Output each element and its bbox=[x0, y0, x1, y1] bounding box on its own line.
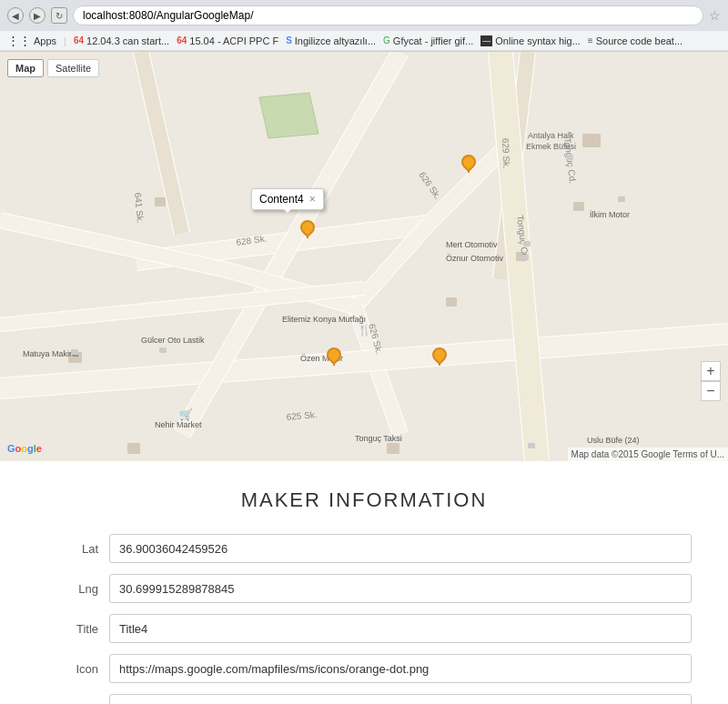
svg-text:Matuya Makina: Matuya Makina bbox=[23, 349, 78, 358]
marker-4[interactable] bbox=[432, 347, 447, 366]
refresh-button[interactable]: ↻ bbox=[51, 7, 67, 24]
map-container[interactable]: 641 Sk. 629 Sk. 628 Sk. 625 Sk. Tonguç C… bbox=[0, 52, 728, 461]
marker-2[interactable] bbox=[300, 220, 315, 238]
svg-rect-55 bbox=[71, 349, 78, 355]
title-label: Title bbox=[36, 622, 109, 636]
title-input[interactable] bbox=[109, 614, 692, 643]
bookmark-6[interactable]: ≡ Source code beat... bbox=[588, 35, 682, 46]
svg-rect-29 bbox=[446, 297, 457, 307]
svg-text:Mert Otomotiv: Mert Otomotiv bbox=[446, 240, 498, 249]
svg-rect-28 bbox=[582, 134, 601, 147]
svg-rect-48 bbox=[521, 255, 529, 260]
lat-row: Lat bbox=[36, 534, 692, 563]
svg-rect-50 bbox=[159, 347, 167, 353]
lat-input[interactable] bbox=[109, 534, 692, 563]
marker-3[interactable] bbox=[327, 347, 341, 366]
info-window: Content4 × bbox=[251, 188, 324, 210]
svg-marker-1 bbox=[259, 93, 318, 138]
bookmark-5[interactable]: — Online syntax hig... bbox=[480, 35, 581, 46]
apps-bookmark[interactable]: ⋮⋮ Apps bbox=[7, 34, 56, 47]
forward-button[interactable]: ▶ bbox=[29, 7, 46, 24]
map-type-map-button[interactable]: Map bbox=[7, 59, 44, 77]
address-bar[interactable]: localhost:8080/AngularGoogleMap/ bbox=[73, 5, 703, 25]
url-text: localhost:8080/AngularGoogleMap/ bbox=[83, 9, 253, 22]
svg-rect-60 bbox=[528, 443, 535, 448]
pin-head-3 bbox=[324, 345, 345, 366]
svg-text:İlkim Motor: İlkim Motor bbox=[590, 210, 630, 219]
svg-rect-27 bbox=[155, 197, 166, 206]
content-input[interactable] bbox=[109, 694, 692, 704]
svg-text:🍴: 🍴 bbox=[358, 323, 371, 337]
form-title: MAKER INFORMATION bbox=[36, 488, 692, 512]
info-window-close-button[interactable]: × bbox=[309, 193, 316, 206]
svg-text:Elitemiz Konya Mutfağı: Elitemiz Konya Mutfağı bbox=[282, 315, 366, 324]
icon-row: Icon bbox=[36, 654, 692, 683]
lng-row: Lng bbox=[36, 574, 692, 603]
svg-rect-32 bbox=[573, 202, 584, 211]
bookmarks-bar: ⋮⋮ Apps | 64 12.04.3 can start... 64 15.… bbox=[0, 31, 728, 51]
lat-label: Lat bbox=[36, 542, 109, 556]
svg-rect-62 bbox=[618, 196, 625, 202]
svg-text:🛒: 🛒 bbox=[179, 407, 193, 421]
svg-rect-30 bbox=[127, 443, 140, 454]
svg-text:629 Sk.: 629 Sk. bbox=[500, 138, 511, 169]
lng-input[interactable] bbox=[109, 574, 692, 603]
info-window-text: Content4 bbox=[259, 193, 304, 206]
form-section: MAKER INFORMATION Lat Lng Title Icon Con… bbox=[0, 461, 728, 704]
map-type-controls: Map Satellite bbox=[7, 59, 99, 77]
map-attribution: Map data ©2015 Google Terms of U... bbox=[568, 448, 728, 461]
marker-1[interactable] bbox=[461, 155, 476, 173]
map-type-satellite-button[interactable]: Satellite bbox=[47, 59, 99, 77]
google-logo: Google bbox=[7, 443, 42, 454]
svg-text:Uslu Büfe (24): Uslu Büfe (24) bbox=[587, 436, 640, 445]
bookmark-star-button[interactable]: ☆ bbox=[709, 8, 721, 23]
zoom-in-button[interactable]: + bbox=[701, 361, 721, 381]
bookmark-3[interactable]: S Ingilizce altyazılı... bbox=[286, 35, 376, 46]
title-row: Title bbox=[36, 614, 692, 643]
content-row: Content bbox=[36, 694, 692, 704]
svg-rect-46 bbox=[523, 241, 531, 246]
svg-text:Antalya Halk: Antalya Halk bbox=[528, 131, 574, 140]
bookmark-1[interactable]: 64 12.04.3 can start... bbox=[74, 35, 169, 46]
svg-text:Nehir Market: Nehir Market bbox=[155, 420, 202, 429]
bookmark-4[interactable]: G Gfycat - jiffier gif... bbox=[383, 35, 473, 46]
separator: | bbox=[64, 35, 66, 46]
svg-text:Öznur Otomotiv: Öznur Otomotiv bbox=[446, 254, 504, 263]
pin-head-1 bbox=[459, 152, 480, 173]
pin-head-2 bbox=[298, 217, 318, 238]
icon-input[interactable] bbox=[109, 654, 692, 683]
svg-rect-31 bbox=[387, 443, 399, 454]
icon-label: Icon bbox=[36, 662, 109, 676]
svg-text:Ekmek Büfesi: Ekmek Büfesi bbox=[526, 142, 576, 151]
svg-text:Tonguç Taksi: Tonguç Taksi bbox=[355, 434, 402, 443]
lng-label: Lng bbox=[36, 582, 109, 596]
zoom-controls: + − bbox=[701, 361, 721, 401]
svg-text:Gülcer Oto Lastik: Gülcer Oto Lastik bbox=[141, 336, 205, 345]
back-button[interactable]: ◀ bbox=[7, 7, 24, 24]
bookmark-2[interactable]: 64 15.04 - ACPI PPC F bbox=[177, 35, 278, 46]
zoom-out-button[interactable]: − bbox=[701, 381, 721, 401]
svg-rect-44 bbox=[566, 155, 573, 160]
pin-head-4 bbox=[430, 345, 450, 366]
